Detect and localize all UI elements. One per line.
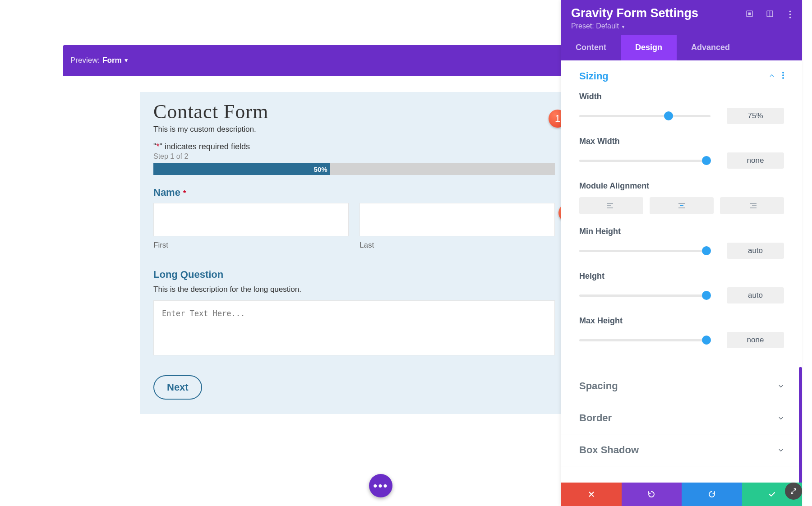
preview-area: Preview: Form ▼ Contact Form This is my … xyxy=(0,0,567,506)
last-name-sublabel: Last xyxy=(360,241,555,250)
chevron-down-icon xyxy=(778,383,784,389)
width-slider-thumb[interactable] xyxy=(664,111,673,120)
control-width: Width 75% xyxy=(579,92,784,124)
section-menu-icon[interactable] xyxy=(782,72,784,79)
long-question-textarea[interactable] xyxy=(153,300,555,355)
more-dots-icon: ••• xyxy=(373,479,388,493)
chevron-down-icon xyxy=(778,415,784,421)
control-min-height: Min Height auto xyxy=(579,227,784,259)
chevron-down-icon xyxy=(778,447,784,453)
section-sizing-content: Width 75% Max Width none xyxy=(561,92,802,370)
help-icon[interactable] xyxy=(766,10,774,21)
panel-footer xyxy=(561,483,802,506)
module-alignment-label: Module Alignment xyxy=(579,181,784,191)
section-border-title: Border xyxy=(579,412,612,424)
panel-header: Gravity Form Settings Preset: Default ▼ xyxy=(561,0,802,35)
expand-icon xyxy=(790,488,797,495)
cancel-button[interactable] xyxy=(561,483,622,506)
name-field-label: Name * xyxy=(153,187,555,198)
svg-point-9 xyxy=(782,77,784,79)
section-sizing-header[interactable]: Sizing xyxy=(561,60,802,92)
align-center-button[interactable] xyxy=(650,197,714,214)
control-max-width: Max Width none xyxy=(579,137,784,169)
progress-fill: 50% xyxy=(153,163,330,175)
panel-tabs: Content Design Advanced xyxy=(561,35,802,60)
settings-panel: Gravity Form Settings Preset: Default ▼ … xyxy=(561,0,802,506)
undo-icon xyxy=(647,490,655,498)
svg-point-6 xyxy=(789,17,791,18)
width-value[interactable]: 75% xyxy=(727,108,784,124)
svg-rect-1 xyxy=(748,13,751,15)
min-height-value[interactable]: auto xyxy=(727,243,784,259)
preset-dropdown[interactable]: Preset: Default ▼ xyxy=(571,22,792,30)
control-max-height: Max Height none xyxy=(579,316,784,348)
required-note: "*" indicates required fields xyxy=(153,142,555,152)
form-container: Contact Form This is my custom descripti… xyxy=(140,92,568,414)
max-width-slider[interactable] xyxy=(579,160,710,162)
control-height: Height auto xyxy=(579,271,784,304)
height-slider[interactable] xyxy=(579,294,710,297)
expand-fab[interactable] xyxy=(785,483,802,500)
name-field-row: First Last xyxy=(153,203,555,250)
min-height-slider-thumb[interactable] xyxy=(702,246,711,255)
form-description: This is my custom description. xyxy=(153,125,555,134)
align-right-button[interactable] xyxy=(720,197,784,214)
step-indicator: Step 1 of 2 xyxy=(153,152,555,161)
preview-header: Preview: Form ▼ xyxy=(63,45,568,76)
tab-advanced[interactable]: Advanced xyxy=(677,35,744,60)
preview-label: Preview: xyxy=(70,56,100,65)
check-icon xyxy=(768,490,776,498)
fab-more-button[interactable]: ••• xyxy=(369,474,392,497)
svg-point-7 xyxy=(782,72,784,74)
kebab-menu-icon[interactable] xyxy=(786,10,794,21)
redo-icon xyxy=(708,490,716,498)
width-slider[interactable] xyxy=(579,115,710,117)
svg-point-4 xyxy=(789,11,791,13)
section-spacing-title: Spacing xyxy=(579,380,618,392)
section-box-shadow-header[interactable]: Box Shadow xyxy=(561,434,802,466)
max-height-label: Max Height xyxy=(579,316,784,326)
panel-body[interactable]: Sizing Width 75% Max W xyxy=(561,60,802,483)
align-left-button[interactable] xyxy=(579,197,643,214)
redo-button[interactable] xyxy=(682,483,742,506)
svg-point-8 xyxy=(782,74,784,76)
tab-content[interactable]: Content xyxy=(561,35,621,60)
form-title: Contact Form xyxy=(153,100,555,123)
section-spacing-header[interactable]: Spacing xyxy=(561,370,802,402)
height-slider-thumb[interactable] xyxy=(702,291,711,300)
max-height-value[interactable]: none xyxy=(727,332,784,348)
max-width-label: Max Width xyxy=(579,137,784,146)
min-height-label: Min Height xyxy=(579,227,784,236)
section-sizing-title: Sizing xyxy=(579,70,609,82)
first-name-sublabel: First xyxy=(153,241,349,250)
chevron-up-icon xyxy=(769,73,775,79)
undo-button[interactable] xyxy=(622,483,682,506)
max-width-slider-thumb[interactable] xyxy=(702,156,711,165)
last-name-input[interactable] xyxy=(360,203,555,236)
preview-dropdown[interactable]: Form xyxy=(102,56,122,65)
responsive-icon[interactable] xyxy=(746,10,753,21)
height-label: Height xyxy=(579,271,784,281)
max-width-value[interactable]: none xyxy=(727,152,784,169)
height-value[interactable]: auto xyxy=(727,287,784,304)
control-module-alignment: Module Alignment xyxy=(579,181,784,214)
long-question-description: This is the description for the long que… xyxy=(153,285,555,294)
progress-percent: 50% xyxy=(314,166,328,173)
section-border-header[interactable]: Border xyxy=(561,402,802,434)
next-button[interactable]: Next xyxy=(153,375,202,400)
section-box-shadow-title: Box Shadow xyxy=(579,444,639,456)
min-height-slider[interactable] xyxy=(579,250,710,252)
progress-bar: 50% xyxy=(153,163,555,175)
long-question-label: Long Question xyxy=(153,269,555,281)
close-icon xyxy=(587,490,595,498)
first-name-input[interactable] xyxy=(153,203,349,236)
max-height-slider-thumb[interactable] xyxy=(702,336,711,345)
tab-design[interactable]: Design xyxy=(621,35,677,60)
width-label: Width xyxy=(579,92,784,101)
svg-point-5 xyxy=(789,14,791,15)
scrollbar-thumb[interactable] xyxy=(799,367,802,483)
caret-down-icon[interactable]: ▼ xyxy=(124,57,129,64)
max-height-slider[interactable] xyxy=(579,339,710,341)
